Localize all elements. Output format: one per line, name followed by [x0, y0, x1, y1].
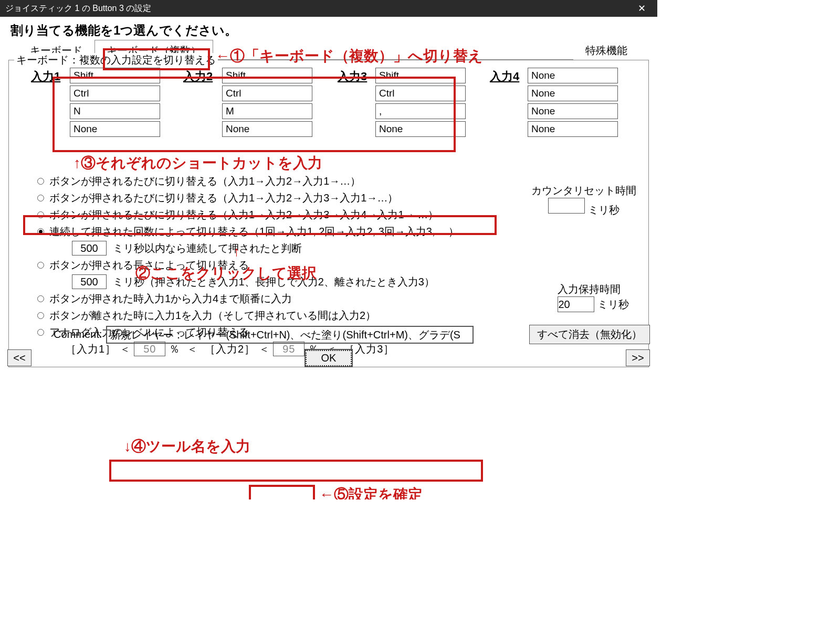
- input3-key4[interactable]: None: [375, 121, 466, 137]
- group-legend: キーボード：複数の入力設定を切り替える: [14, 53, 218, 67]
- hold-time-label: 入力保持時間: [558, 282, 629, 296]
- radio-sequence-label: ボタンが押された時入力1から入力4まで順番に入力: [49, 292, 292, 306]
- radio-sequence[interactable]: ボタンが押された時入力1から入力4まで順番に入力: [37, 291, 644, 306]
- counter-reset-value[interactable]: [548, 198, 585, 214]
- press-length-ms[interactable]: 500: [72, 274, 107, 289]
- radio-release[interactable]: ボタンが離された時に入力1を入力（そして押されている間は入力2）: [37, 308, 644, 323]
- anno-box-comment: [109, 460, 483, 482]
- radio-release-label: ボタンが離された時に入力1を入力（そして押されている間は入力2）: [49, 309, 376, 323]
- ok-button[interactable]: OK: [306, 350, 352, 366]
- label-input2: 入力2: [183, 69, 213, 84]
- window-title: ジョイスティック 1 の Button 3 の設定: [5, 3, 151, 14]
- anno-5: ←⑤設定を確定: [319, 485, 423, 499]
- input3-key3[interactable]: ,: [375, 103, 466, 119]
- input2-key3[interactable]: M: [222, 103, 312, 119]
- comment-label: Comment:: [54, 328, 102, 341]
- input4-key3[interactable]: None: [528, 103, 618, 119]
- radio-press-length[interactable]: ボタンが押される長さによって切り替える: [37, 258, 644, 272]
- pressed-count-threshold-row: 500 ミリ秒以内なら連続して押されたと判断: [69, 241, 644, 256]
- input4-key2[interactable]: None: [528, 86, 618, 101]
- clear-all-button[interactable]: すべて消去（無効化）: [529, 325, 650, 344]
- counter-reset-box: カウンタリセット時間 ミリ秒: [531, 184, 636, 217]
- press-threshold-ms[interactable]: 500: [72, 241, 107, 256]
- label-input3: 入力3: [338, 69, 367, 84]
- page-prompt: 割り当てる機能を1つ選んでください。: [10, 22, 647, 39]
- counter-reset-unit: ミリ秒: [588, 204, 620, 216]
- radio-toggle-4-label: ボタンが押されるたびに切り替える（入力1→入力2→入力3→入力4→入力1→ …）: [49, 208, 438, 222]
- input2-key2[interactable]: Ctrl: [222, 86, 312, 101]
- anno-box-ok: [249, 485, 315, 499]
- input1-key3[interactable]: N: [70, 103, 160, 119]
- press-length-tail: ミリ秒（押されたとき入力1、長押しで入力2、離されたとき入力3）: [113, 276, 435, 288]
- radio-press-length-label: ボタンが押される長さによって切り替える: [49, 258, 249, 272]
- input4-key1[interactable]: None: [528, 68, 618, 83]
- label-input1: 入力1: [31, 69, 60, 84]
- window-titlebar: ジョイスティック 1 の Button 3 の設定 ✕: [0, 0, 657, 17]
- hold-time-box: 入力保持時間 20 ミリ秒: [558, 282, 629, 312]
- input4-key4[interactable]: None: [528, 121, 618, 137]
- radio-toggle-3-label: ボタンが押されるたびに切り替える（入力1→入力2→入力3→入力1→…）: [49, 191, 398, 205]
- anno-4: ↓④ツール名を入力: [124, 437, 250, 456]
- radio-pressed-count-label: 連続して押された回数によって切り替える（1回→入力1, 2回→入力2, 3回→入…: [49, 225, 459, 239]
- input3-key2[interactable]: Ctrl: [375, 86, 466, 101]
- close-icon[interactable]: ✕: [631, 0, 652, 17]
- radio-pressed-count[interactable]: 連続して押された回数によって切り替える（1回→入力1, 2回→入力2, 3回→入…: [37, 224, 644, 239]
- input2-key1[interactable]: Shift: [222, 68, 312, 83]
- counter-reset-label: カウンタリセット時間: [531, 184, 636, 198]
- hold-time-value[interactable]: 20: [558, 296, 594, 312]
- radio-toggle-2-label: ボタンが押されるたびに切り替える（入力1→入力2→入力1→…）: [49, 174, 361, 188]
- input1-key2[interactable]: Ctrl: [70, 86, 160, 101]
- input-grid: 入力1 入力2 入力3 入力4 Shift Ctrl N None Shift …: [13, 67, 644, 172]
- comment-input[interactable]: 新規レイヤー：レイヤー(Shift+Ctrl+N)、べた塗り(Shift+Ctr…: [106, 326, 474, 344]
- tab-special[interactable]: 特殊機能: [573, 40, 639, 60]
- input2-key4[interactable]: None: [222, 121, 312, 137]
- prev-button[interactable]: <<: [7, 349, 32, 366]
- next-button[interactable]: >>: [626, 349, 650, 366]
- input3-key1[interactable]: Shift: [375, 68, 466, 83]
- label-input4: 入力4: [490, 69, 519, 84]
- press-threshold-label: ミリ秒以内なら連続して押されたと判断: [113, 242, 302, 254]
- hold-time-unit: ミリ秒: [597, 299, 629, 310]
- input1-key1[interactable]: Shift: [70, 68, 160, 83]
- input1-key4[interactable]: None: [70, 121, 160, 137]
